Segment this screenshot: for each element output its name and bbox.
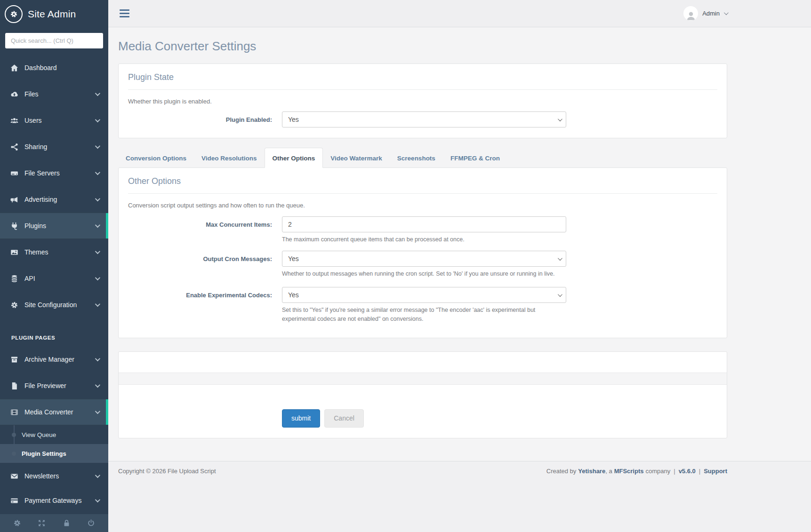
lock-icon: [63, 519, 71, 527]
sidebar-item-label: Dashboard: [24, 64, 99, 71]
divider-band: [119, 373, 727, 385]
sidebar-item-archive-manager[interactable]: Archive Manager: [0, 346, 108, 373]
chevron-down-icon: [558, 256, 562, 261]
submit-button[interactable]: submit: [282, 409, 320, 428]
sidebar-item-payment-gateways[interactable]: Payment Gateways: [0, 489, 108, 512]
chevron-down-icon: [558, 117, 562, 121]
sidebar-item-label: Sharing: [24, 143, 95, 151]
select-value: Yes: [288, 255, 299, 262]
search-input[interactable]: [5, 33, 103, 48]
sidebar-item-advertising[interactable]: Advertising: [0, 186, 108, 213]
output-cron-messages-label: Output Cron Messages:: [128, 251, 282, 278]
chevron-down-icon: [95, 170, 100, 175]
user-menu[interactable]: Admin: [683, 6, 727, 21]
max-concurrent-items-input[interactable]: [282, 216, 566, 232]
logout-button[interactable]: [82, 514, 101, 532]
sidebar-item-themes[interactable]: Themes: [0, 239, 108, 265]
chevron-down-icon: [95, 91, 100, 96]
footer: Copyright © 2026 File Upload Script Crea…: [108, 461, 811, 532]
archive-icon: [10, 356, 18, 364]
bullet-icon: [12, 452, 16, 456]
support-link[interactable]: Support: [704, 468, 727, 475]
sidebar-item-label: Site Configuration: [24, 301, 95, 309]
sidebar-item-label: Newsletters: [24, 472, 95, 480]
sidebar-item-newsletters[interactable]: Newsletters: [0, 463, 108, 489]
enable-experimental-codecs-label: Enable Experimental Codecs:: [128, 287, 282, 324]
cloud-upload-icon: [10, 90, 18, 98]
sidebar-item-label: Users: [24, 117, 95, 124]
chevron-down-icon: [95, 382, 100, 388]
sidebar-toggle-button[interactable]: [117, 7, 132, 21]
brand-title: Site Admin: [28, 8, 76, 20]
submenu-item-plugin-settings[interactable]: Plugin Settings: [0, 444, 108, 463]
submenu-item-view-queue[interactable]: View Queue: [0, 425, 108, 444]
submenu-item-label: View Queue: [22, 431, 56, 438]
plugin-enabled-select[interactable]: Yes: [282, 111, 566, 127]
sidebar-item-plugins[interactable]: Plugins: [0, 213, 108, 239]
sidebar-item-users[interactable]: Users: [0, 107, 108, 134]
other-options-panel: Other Options Conversion script output s…: [118, 167, 727, 338]
sidebar-item-media-converter[interactable]: Media Converter: [0, 399, 108, 425]
tab-screenshots[interactable]: Screenshots: [390, 150, 443, 167]
separator: |: [674, 468, 675, 475]
sidebar-item-label: Payment Gateways: [24, 497, 95, 504]
tab-other-options[interactable]: Other Options: [265, 148, 323, 168]
chevron-down-icon: [724, 10, 729, 15]
sidebar-item-files[interactable]: Files: [0, 81, 108, 107]
chevron-down-icon: [95, 117, 100, 122]
sidebar-item-label: Files: [24, 90, 95, 98]
sidebar-item-label: API: [24, 275, 95, 282]
output-cron-messages-select[interactable]: Yes: [282, 251, 566, 267]
power-icon: [87, 519, 95, 527]
person-icon: [686, 10, 696, 21]
tab-conversion-options[interactable]: Conversion Options: [118, 150, 194, 167]
fullscreen-button[interactable]: [32, 514, 51, 532]
sidebar-footer-bar: [0, 514, 108, 532]
chevron-down-icon: [95, 473, 100, 478]
sidebar-item-sharing[interactable]: Sharing: [0, 134, 108, 160]
bullet-icon: [12, 433, 16, 437]
settings-button[interactable]: [8, 514, 26, 532]
gear-icon: [13, 519, 21, 527]
mfscripts-link[interactable]: MFScripts: [614, 468, 644, 475]
lock-button[interactable]: [57, 514, 76, 532]
database-icon: [10, 275, 18, 283]
sidebar-item-file-previewer[interactable]: File Previewer: [0, 373, 108, 399]
sidebar-item-label: Advertising: [24, 196, 95, 203]
envelope-icon: [10, 472, 18, 480]
sidebar-item-label: Themes: [24, 248, 95, 256]
select-value: Yes: [288, 291, 299, 299]
yetishare-link[interactable]: Yetishare: [578, 468, 605, 475]
sidebar-item-dashboard[interactable]: Dashboard: [0, 55, 108, 81]
sidebar-item-api[interactable]: API: [0, 265, 108, 292]
plugin-enabled-label: Plugin Enabled:: [128, 111, 282, 127]
select-value: Yes: [288, 116, 299, 123]
footer-credits: Created byYetishare, aMFScriptscompany|v…: [546, 468, 727, 475]
field-help: Set this to "Yes" if you're seeing a sim…: [282, 306, 553, 324]
panel-description: Conversion script output settings and ho…: [128, 201, 717, 210]
sidebar-item-label: Archive Manager: [24, 356, 95, 363]
chevron-down-icon: [558, 292, 562, 297]
tab-video-watermark[interactable]: Video Watermark: [323, 150, 390, 167]
sidebar-item-site-configuration[interactable]: Site Configuration: [0, 292, 108, 318]
cancel-button[interactable]: Cancel: [324, 409, 364, 428]
chevron-down-icon: [95, 196, 100, 201]
brand[interactable]: Site Admin: [0, 0, 108, 27]
sidebar: Site Admin Dashboard Files Users Sharing…: [0, 0, 108, 532]
chevron-down-icon: [95, 409, 100, 414]
file-icon: [10, 382, 18, 390]
film-icon: [10, 408, 18, 416]
credits-text: , a: [605, 468, 612, 475]
tab-ffmpeg-cron[interactable]: FFMPEG & Cron: [443, 150, 507, 167]
tab-video-resolutions[interactable]: Video Resolutions: [194, 150, 265, 167]
sidebar-search: [0, 27, 108, 55]
share-icon: [10, 143, 18, 151]
plugin-state-panel: Plugin State Whether this plugin is enab…: [118, 64, 727, 138]
sidebar-item-file-servers[interactable]: File Servers: [0, 160, 108, 186]
enable-experimental-codecs-select[interactable]: Yes: [282, 287, 566, 303]
panel-heading: Other Options: [128, 175, 717, 187]
bullhorn-icon: [10, 196, 18, 204]
field-help: Whether to output messages when running …: [282, 270, 566, 278]
chevron-down-icon: [95, 302, 100, 307]
created-by-text: Created by: [546, 468, 577, 475]
